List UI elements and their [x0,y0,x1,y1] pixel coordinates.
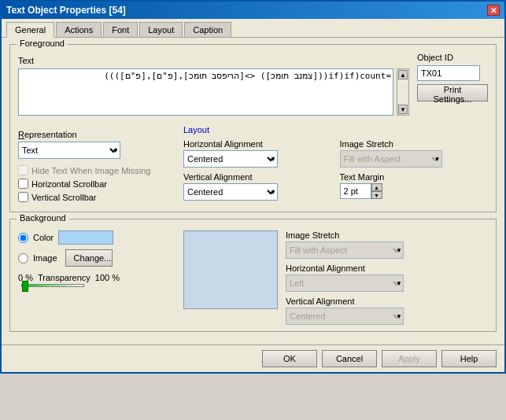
color-preview[interactable] [58,230,113,245]
ok-button[interactable]: OK [262,350,317,367]
close-button[interactable]: ✕ [487,5,500,16]
bg-h-align-field: Horizontal Alignment Left ▼ [286,263,488,292]
background-legend: Background [17,213,69,223]
window: Text Object Properties [54] ✕ General Ac… [0,0,506,374]
bg-left-area: Color Image Change... 0 % Transparency 1… [18,230,175,325]
bg-right-area: Image Stretch Fill with Aspect ▼ Horizon… [286,230,488,325]
apply-button[interactable]: Apply [382,350,437,367]
layout-grid: Horizontal Alignment Centered Left Right… [183,139,488,201]
object-id-input[interactable] [417,65,480,81]
representation-select-wrapper: Text Image ▼ [18,142,120,159]
bg-v-align-select-wrapper: Centered ▼ [286,308,404,325]
bg-v-align-select[interactable]: Centered [286,308,404,325]
spinner-buttons: ▲ ▼ [371,183,382,199]
window-title: Text Object Properties [54] [6,5,126,16]
spinner-down-button[interactable]: ▼ [371,191,382,199]
horizontal-scrollbar-row: Horizontal Scrollbar [18,179,175,189]
transparency-slider-track [21,284,84,287]
bg-img-stretch-label: Image Stretch [286,230,488,240]
scroll-down-arrow[interactable]: ▼ [398,105,408,114]
layout-label: Layout [183,125,488,134]
foreground-section: Foreground Object ID Print Settings... T… [9,44,497,212]
bg-v-align-label: Vertical Alignment [286,297,488,306]
transparency-label: Transparency [38,273,90,282]
bg-h-align-select[interactable]: Left [286,274,404,292]
print-settings-button[interactable]: Print Settings... [417,84,488,101]
footer: OK Cancel Apply Help [2,344,504,372]
image-stretch-field: Image Stretch Fill with Aspect ▼ [340,139,489,168]
representation-select[interactable]: Text Image [18,142,120,159]
color-label: Color [33,233,54,242]
text-input[interactable]: =count(if(if(([צמנב תומכ]) <>[הריפסב תומ… [18,68,393,116]
bg-img-stretch-select[interactable]: Fill with Aspect [286,241,404,259]
scroll-up-arrow[interactable]: ▲ [398,70,408,79]
tab-actions[interactable]: Actions [56,22,102,37]
v-align-select[interactable]: Centered Top Bottom [183,183,278,201]
representation-label: Representation [18,130,175,139]
text-margin-field: Text Margin ▲ ▼ [340,172,489,201]
vertical-scrollbar-row: Vertical Scrollbar [18,192,175,202]
img-stretch-select[interactable]: Fill with Aspect [340,150,442,168]
image-radio-row: Image Change... [18,249,175,267]
transparency-row: 0 % Transparency 100 % [18,273,175,282]
hide-text-checkbox[interactable] [18,165,28,175]
bg-img-stretch-select-wrapper: Fill with Aspect ▼ [286,241,404,259]
text-scroll-bar: ▲ ▼ [397,68,409,116]
representation-section: Representation Text Image ▼ [18,130,175,159]
background-content: Color Image Change... 0 % Transparency 1… [18,230,488,325]
help-button[interactable]: Help [441,350,497,367]
checkboxes-area: Hide Text When Image Missing Horizontal … [18,165,175,202]
hide-text-label: Hide Text When Image Missing [31,166,150,175]
image-label: Image [33,253,57,263]
h-align-select[interactable]: Centered Left Right [183,150,278,168]
object-id-label: Object ID [417,53,453,62]
text-margin-input[interactable] [340,183,371,199]
v-align-select-wrapper: Centered Top Bottom ▼ [183,183,278,201]
slider-container [18,284,175,287]
text-margin-spinner: ▲ ▼ [340,183,489,199]
tab-caption[interactable]: Caption [184,22,231,37]
text-label: Text [18,56,34,65]
text-margin-label: Text Margin [340,172,489,182]
horizontal-alignment-field: Horizontal Alignment Centered Left Right… [183,139,332,168]
img-stretch-label: Image Stretch [340,139,489,149]
tab-bar: General Actions Font Layout Caption [2,19,504,38]
bg-h-align-label: Horizontal Alignment [286,263,488,273]
layout-section: Layout Horizontal Alignment Centered Lef… [175,125,488,205]
horizontal-scrollbar-label: Horizontal Scrollbar [31,179,107,189]
hide-text-row: Hide Text When Image Missing [18,165,175,175]
vertical-scrollbar-label: Vertical Scrollbar [31,193,97,202]
transparency-slider-thumb[interactable] [22,281,28,292]
spinner-up-button[interactable]: ▲ [371,183,382,191]
h-align-label: Horizontal Alignment [183,139,332,149]
transparency-100-label: 100 % [95,273,120,282]
bg-h-align-select-wrapper: Left ▼ [286,274,404,292]
image-preview [183,230,278,309]
color-radio-row: Color [18,230,175,245]
tab-font[interactable]: Font [103,22,138,37]
change-button[interactable]: Change... [65,249,113,267]
object-id-area: Object ID Print Settings... [417,53,488,101]
left-section: Representation Text Image ▼ [18,125,175,205]
v-align-label: Vertical Alignment [183,172,332,182]
vertical-scrollbar-checkbox[interactable] [18,192,28,202]
color-radio[interactable] [18,233,28,243]
img-stretch-select-wrapper: Fill with Aspect ▼ [340,150,442,168]
background-section: Background Color Image Change... [9,219,497,332]
cancel-button[interactable]: Cancel [322,350,377,367]
content-area: Foreground Object ID Print Settings... T… [2,38,504,344]
foreground-legend: Foreground [17,39,68,48]
tab-general[interactable]: General [6,22,54,38]
title-bar: Text Object Properties [54] ✕ [2,2,504,19]
horizontal-scrollbar-checkbox[interactable] [18,179,28,189]
bg-v-align-field: Vertical Alignment Centered ▼ [286,297,488,325]
h-align-select-wrapper: Centered Left Right ▼ [183,150,278,168]
bg-image-stretch-field: Image Stretch Fill with Aspect ▼ [286,230,488,259]
tab-layout[interactable]: Layout [139,22,183,37]
text-area-wrapper: =count(if(if(([צמנב תומכ]) <>[הריפסב תומ… [18,68,393,117]
vertical-alignment-field: Vertical Alignment Centered Top Bottom ▼ [183,172,332,201]
image-radio[interactable] [18,253,28,263]
